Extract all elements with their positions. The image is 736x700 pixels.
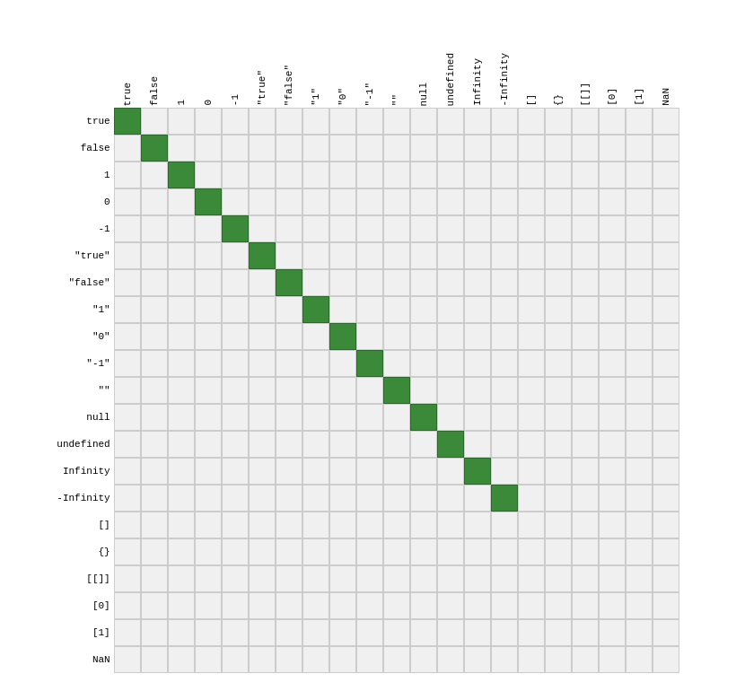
grid-cell <box>168 350 195 377</box>
grid-cell <box>114 619 141 646</box>
grid-cell <box>383 350 410 377</box>
grid-cell <box>437 404 464 431</box>
grid-cell <box>168 404 195 431</box>
grid-cell <box>114 485 141 512</box>
grid-cell <box>653 108 679 135</box>
grid-cell <box>195 404 222 431</box>
grid-cell <box>222 619 249 646</box>
grid-cell <box>356 538 383 565</box>
grid-cell <box>437 188 464 215</box>
grid-cell <box>249 269 276 296</box>
grid-cell <box>518 188 545 215</box>
row-label: "1" <box>57 296 113 323</box>
grid-cell <box>464 108 491 135</box>
grid-cell <box>141 404 168 431</box>
grid-cell <box>437 431 464 458</box>
grid-cell <box>249 242 276 269</box>
grid-cell <box>168 592 195 619</box>
grid-cell <box>195 323 222 350</box>
grid-cell <box>114 108 141 135</box>
grid-cell <box>653 431 679 458</box>
grid-row <box>114 431 679 458</box>
row-label: false <box>57 135 113 162</box>
grid-cell <box>383 323 410 350</box>
grid-cell <box>195 485 222 512</box>
grid-cell <box>410 377 437 404</box>
row-label: -1 <box>57 215 113 242</box>
col-header: 0 <box>195 27 222 108</box>
grid-cell <box>276 242 302 269</box>
grid-cell <box>599 377 626 404</box>
grid-cell <box>383 538 410 565</box>
grid-cell <box>195 242 222 269</box>
grid-cell <box>302 458 329 485</box>
grid-cell <box>168 646 195 673</box>
grid-cell <box>356 619 383 646</box>
grid-cell <box>410 592 437 619</box>
grid-cell <box>168 512 195 538</box>
grid-cell <box>276 188 302 215</box>
grid-cell <box>491 350 518 377</box>
grid-cell <box>276 162 302 188</box>
grid-cell <box>491 188 518 215</box>
grid-cell <box>545 592 572 619</box>
grid-cell <box>491 431 518 458</box>
grid-cell <box>572 565 599 592</box>
grid-cell <box>276 350 302 377</box>
grid-cell <box>545 512 572 538</box>
grid-row <box>114 108 679 135</box>
grid-cell <box>464 512 491 538</box>
grid-cell <box>276 323 302 350</box>
grid-cell <box>383 431 410 458</box>
grid-cell <box>518 592 545 619</box>
grid-cell <box>653 565 679 592</box>
grid-cell <box>437 458 464 485</box>
grid-cell <box>545 377 572 404</box>
grid-cell <box>491 646 518 673</box>
grid-cell <box>114 565 141 592</box>
grid-cell <box>329 350 356 377</box>
grid-cell <box>222 538 249 565</box>
grid-cell <box>141 108 168 135</box>
grid-row <box>114 538 679 565</box>
grid-cell <box>249 323 276 350</box>
row-label: {} <box>57 538 113 565</box>
grid-cell <box>653 592 679 619</box>
grid-cell <box>168 188 195 215</box>
grid-cell <box>302 377 329 404</box>
grid-cell <box>626 646 653 673</box>
grid-cell <box>518 135 545 162</box>
grid-cell <box>599 108 626 135</box>
grid-rows <box>114 108 679 673</box>
grid-cell <box>114 458 141 485</box>
grid-cell <box>572 404 599 431</box>
grid-cell <box>222 296 249 323</box>
grid-cell <box>222 646 249 673</box>
grid-row <box>114 458 679 485</box>
grid-cell <box>222 458 249 485</box>
grid-cell <box>114 215 141 242</box>
grid-cell <box>356 323 383 350</box>
grid-cell <box>410 565 437 592</box>
grid-cell <box>276 485 302 512</box>
grid-cell <box>599 565 626 592</box>
grid-cell <box>141 431 168 458</box>
col-header: NaN <box>653 27 679 108</box>
grid-cell <box>545 215 572 242</box>
grid-cell <box>168 485 195 512</box>
col-header: "-1" <box>356 27 383 108</box>
col-header: "true" <box>249 27 276 108</box>
col-header: true <box>114 27 141 108</box>
col-header: {} <box>545 27 572 108</box>
grid-cell <box>356 485 383 512</box>
grid-cell <box>464 458 491 485</box>
grid-cell <box>276 619 302 646</box>
grid-row <box>114 592 679 619</box>
grid-cell <box>518 485 545 512</box>
grid-cell <box>545 323 572 350</box>
grid-cell <box>626 538 653 565</box>
grid-cell <box>383 215 410 242</box>
grid-cell <box>356 377 383 404</box>
grid-cell <box>599 323 626 350</box>
grid-cell <box>276 592 302 619</box>
